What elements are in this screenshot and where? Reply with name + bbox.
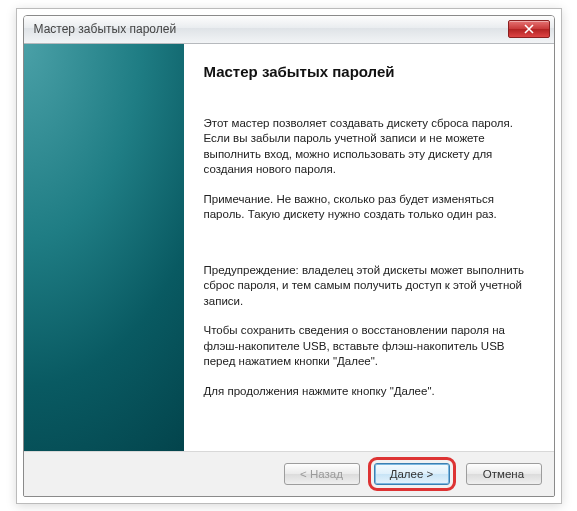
usb-text: Чтобы сохранить сведения о восстановлени… — [204, 323, 532, 370]
wizard-content: Мастер забытых паролей Этот мастер позво… — [184, 44, 554, 451]
continue-text: Для продолжения нажмите кнопку "Далее". — [204, 384, 532, 400]
screenshot-frame: Мастер забытых паролей Мастер забытых па… — [16, 8, 562, 504]
wizard-window: Мастер забытых паролей Мастер забытых па… — [23, 15, 555, 497]
warning-text: Предупреждение: владелец этой дискеты мо… — [204, 263, 532, 310]
note-text: Примечание. Не важно, сколько раз будет … — [204, 192, 532, 223]
close-button[interactable] — [508, 20, 550, 38]
next-button-highlight: Далее > — [368, 457, 456, 491]
titlebar: Мастер забытых паролей — [24, 16, 554, 44]
close-icon — [524, 24, 534, 34]
page-heading: Мастер забытых паролей — [204, 62, 532, 82]
wizard-body: Мастер забытых паролей Этот мастер позво… — [24, 44, 554, 452]
wizard-side-banner — [24, 44, 184, 451]
cancel-button[interactable]: Отмена — [466, 463, 542, 485]
intro-text: Этот мастер позволяет создавать дискету … — [204, 116, 532, 178]
back-button: < Назад — [284, 463, 360, 485]
wizard-footer: < Назад Далее > Отмена — [24, 452, 554, 496]
window-title: Мастер забытых паролей — [34, 22, 508, 36]
next-button[interactable]: Далее > — [374, 463, 450, 485]
